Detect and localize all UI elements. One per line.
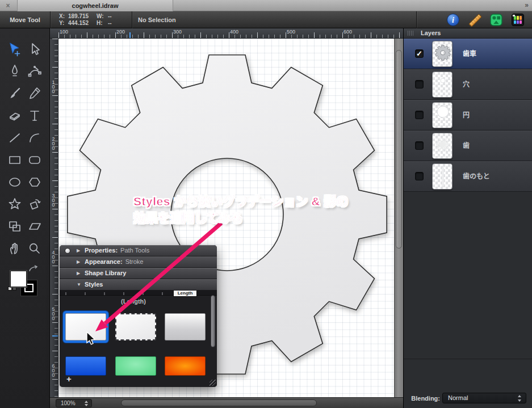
panel-scroll-thumb[interactable] [211,295,215,347]
panel-close-dot-icon[interactable] [65,248,70,254]
hand-tool-button[interactable] [5,239,24,258]
rectangle-tool-button[interactable] [5,150,24,169]
stepper-arrows-icon[interactable] [85,401,89,406]
line-tool-button[interactable] [5,128,24,147]
layer-row[interactable]: ✓ 円 [404,100,532,131]
layer-visibility-checkbox[interactable]: ✓ [415,141,424,150]
move-tool-button[interactable] [5,40,24,58]
polygon-tool-button[interactable] [25,173,44,191]
eraser-tool-button[interactable] [5,106,24,125]
direct-select-tool-button[interactable] [25,40,44,58]
combine-shapes-tool-button[interactable] [5,217,24,235]
vertical-scroll-thumb[interactable] [396,50,402,249]
layer-visibility-checkbox[interactable]: ✓ [415,49,424,58]
layer-row[interactable]: ✓ 歯 [404,131,532,161]
zoom-level-stepper[interactable]: 100% [56,399,92,407]
default-colors-icon[interactable] [8,287,17,291]
style-swatch-green-gradient[interactable] [115,356,156,376]
color-palette-icon[interactable] [512,14,524,26]
ruler-label: 600 [51,363,56,377]
section-value: Path Tools [120,247,149,254]
y-value: 444.152 [68,20,97,27]
section-value: Stroke [125,258,144,265]
toolbar-icon-group: i [447,14,524,26]
layer-visibility-checkbox[interactable]: ✓ [415,111,424,119]
shear-tool-button[interactable] [25,217,44,235]
canvas-statusbar: 100% [50,397,403,408]
annotation-text: Styles から淡いグラデーション & 影の 効果を適用してみる [133,193,349,226]
disclosure-icon[interactable]: ▶ [77,245,80,256]
style-set-caption: (Length) [60,298,207,305]
cursor-coordinates: X: 189.715 W: -- Y: 444.152 H: -- [59,13,131,27]
layer-thumbnail [432,41,453,67]
swap-colors-icon[interactable] [28,265,39,273]
disclosure-icon[interactable]: ▶ [77,256,80,267]
tab-overflow-icon[interactable]: » [525,0,529,11]
w-value: -- [108,13,122,20]
toolbar-separator [50,11,51,28]
shapes-library-icon[interactable] [490,14,502,26]
ruler-label: 100 [51,79,56,93]
pen-tool-button[interactable] [5,62,24,81]
titlebar: × cogwheel.idraw » [0,0,532,11]
style-swatch-blue-gradient[interactable] [65,356,106,376]
layer-name: 歯 [463,131,470,161]
style-set-chip[interactable]: Length [173,291,197,297]
ruler-icon[interactable] [468,14,481,26]
add-style-button[interactable]: + [66,375,72,383]
pencil-tool-button[interactable] [25,84,44,103]
ellipse-tool-button[interactable] [5,173,24,191]
info-icon[interactable]: i [447,14,459,26]
rounded-rectangle-tool-button[interactable] [25,150,44,169]
section-shape-library[interactable]: ▶ Shape Library [60,268,217,279]
h-value: -- [108,20,122,27]
layer-row[interactable]: ✓ 歯のもと [404,161,532,192]
annotation-line2: 効果を適用してみる [133,209,349,226]
layers-panel-title: Layers [421,30,441,36]
rotate-tool-button[interactable] [25,195,44,213]
star-tool-button[interactable] [5,195,24,213]
layer-visibility-checkbox[interactable]: ✓ [415,172,424,180]
arc-tool-button[interactable] [25,128,44,147]
style-swatch-orange-radial[interactable] [165,356,206,376]
section-appearance[interactable]: ▶ Appearance:Stroke [60,256,217,268]
layer-name: 歯のもと [463,161,490,192]
checkmark-icon: ✓ [416,49,422,58]
section-label: Styles [85,281,103,288]
active-tool-label: Move Tool [0,11,50,28]
close-icon[interactable]: × [3,1,12,10]
panel-grip-icon [408,31,413,36]
node-edit-tool-button[interactable] [25,62,44,81]
blending-label: Blending: [404,395,440,402]
layers-panel-header[interactable]: Layers [404,28,532,39]
section-label: Appearance: [85,258,123,265]
cursor-position-marker [52,335,58,337]
blending-dropdown[interactable]: Normal [442,393,526,403]
layers-panel: Layers ✓ 歯車 ✓ 穴 ✓ 円 ✓ 歯 ✓ 歯のもと Blendi [403,28,532,408]
style-swatch-white-dashed[interactable] [115,313,156,340]
canvas-vertical-scrollbar[interactable] [394,39,403,397]
selection-status: No Selection [138,11,176,28]
layer-row[interactable]: ✓ 歯車 [404,39,532,69]
x-value: 189.715 [68,13,97,20]
fill-color-swatch[interactable] [10,271,27,287]
horizontal-scroll-thumb[interactable] [121,399,317,406]
layer-name: 円 [463,100,470,131]
layer-row[interactable]: ✓ 穴 [404,69,532,100]
section-styles[interactable]: ▼ Styles [60,279,217,291]
disclosure-icon[interactable]: ▼ [77,279,81,290]
style-swatch-soft-white[interactable] [65,313,106,340]
app-window: × cogwheel.idraw » Move Tool X: 189.715 … [0,0,532,408]
zoom-tool-button[interactable] [25,239,44,258]
layer-name: 歯車 [463,39,476,69]
panel-resize-handle[interactable] [210,380,216,386]
document-tab[interactable]: cogwheel.idraw [17,0,173,11]
text-tool-button[interactable] [25,106,44,125]
brush-tool-button[interactable] [5,84,24,103]
layer-visibility-checkbox[interactable]: ✓ [415,80,424,89]
h-label: H: [97,20,108,27]
section-properties[interactable]: ▶ Properties:Path Tools [60,245,217,256]
style-swatch-silver-gradient[interactable] [165,313,206,340]
disclosure-icon[interactable]: ▶ [77,268,80,279]
ruler-label: 200 [116,29,125,35]
